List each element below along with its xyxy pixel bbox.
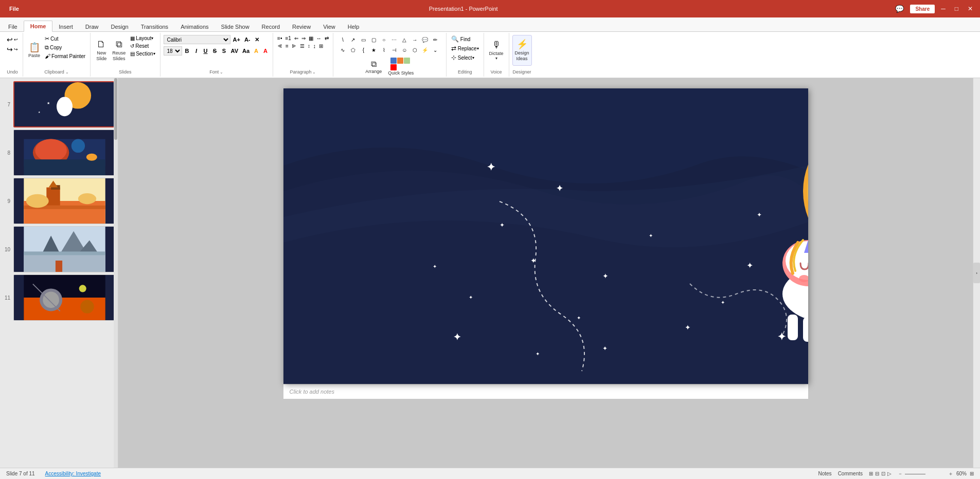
collapse-panel-btn[interactable]: › (973, 263, 980, 283)
increase-indent-btn[interactable]: ⇒ (300, 35, 307, 42)
comments-btn[interactable]: Comments (838, 471, 863, 476)
slide-item-11[interactable]: 11 (2, 274, 116, 321)
dictate-button[interactable]: 🎙 Dictate ▾ (487, 35, 506, 66)
columns-btn[interactable]: ▦ (308, 35, 314, 42)
notes-btn[interactable]: Notes (818, 471, 832, 476)
maximize-btn[interactable]: □ (952, 5, 961, 12)
shape-arrow-btn[interactable]: ↗ (348, 35, 358, 44)
tab-help[interactable]: Help (342, 22, 366, 32)
slide-item-8[interactable]: 8 (2, 130, 116, 176)
format-painter-button[interactable]: 🖌 Format Painter (43, 52, 87, 60)
font-family-select[interactable]: Calibri (164, 35, 230, 44)
align-left-btn[interactable]: ⫷ (276, 43, 283, 49)
shape-ribbon-btn[interactable]: ⌇ (379, 45, 388, 54)
smartart-btn[interactable]: ⊞ (318, 43, 324, 49)
view-slideshow-icon[interactable]: ▷ (887, 471, 892, 476)
tab-insert[interactable]: Insert (52, 22, 79, 32)
zoom-in-btn[interactable]: ＋ (948, 470, 953, 477)
zoom-out-btn[interactable]: － (898, 470, 903, 477)
share-button[interactable]: Share (910, 5, 935, 13)
find-button[interactable]: 🔍 Find (450, 35, 472, 43)
number-list-btn[interactable]: ≡1 (284, 35, 292, 42)
shape-brace-btn[interactable]: { (359, 45, 368, 54)
clipboard-group-label[interactable]: Clipboard ⌄ (26, 68, 87, 76)
reset-button[interactable]: ↺ Reset (129, 43, 156, 49)
slide-canvas[interactable]: ✦ ✦ ✦ ✦ ✦ ✦ ✦ ✦ ✦ ✦ ✦ ✦ ✦ ✦ ✦ ✦ ✦ (283, 88, 808, 384)
bullet-list-btn[interactable]: ≡• (276, 35, 283, 42)
shape-star-btn[interactable]: ★ (369, 45, 378, 54)
slide-panel-scroll-thumb[interactable] (114, 78, 117, 140)
para-spacing-btn[interactable]: ↨ (312, 43, 317, 49)
paste-button[interactable]: 📋 Paste (26, 35, 42, 66)
slide-thumb-11[interactable] (13, 274, 116, 321)
font-size-increase-btn[interactable]: A+ (231, 36, 242, 43)
undo-button[interactable]: ↩ ↩ (5, 35, 20, 44)
minimize-btn[interactable]: ─ (938, 5, 949, 12)
shape-roundrect-btn[interactable]: ▢ (369, 35, 378, 44)
shape-callout-btn[interactable]: 💬 (420, 35, 430, 44)
design-ideas-button[interactable]: ⚡ Design Ideas (512, 35, 532, 66)
select-button[interactable]: ⊹ Select ▾ (450, 53, 476, 62)
accessibility-info[interactable]: Accessibility: Investigate (45, 471, 101, 476)
shape-pentagon-btn[interactable]: ⬠ (348, 45, 358, 54)
slide-thumb-10[interactable] (13, 226, 116, 272)
zoom-slider[interactable]: ———— (905, 471, 946, 476)
replace-button[interactable]: ⇄ Replace ▾ (450, 44, 480, 52)
view-reading-icon[interactable]: ⊡ (881, 471, 885, 476)
redo-button[interactable]: ↪ ↪ (5, 45, 20, 54)
clear-formatting-btn[interactable]: ✕ (253, 36, 261, 44)
shape-freeform-btn[interactable]: ✏ (431, 35, 440, 44)
shape-line-btn[interactable]: \ (338, 35, 347, 44)
slide-item-10[interactable]: 10 (2, 226, 116, 272)
shape-curve-btn[interactable]: ∿ (338, 45, 347, 54)
cut-button[interactable]: ✂ Cut (43, 35, 87, 43)
shape-triangle-btn[interactable]: △ (400, 35, 409, 44)
shape-rtarrow-btn[interactable]: → (410, 35, 419, 44)
slides-group-label[interactable]: Slides (94, 68, 156, 76)
view-normal-icon[interactable]: ⊞ (869, 471, 873, 476)
arrange-button[interactable]: ⧉ Arrange (363, 57, 384, 77)
reuse-slides-button[interactable]: ⧉ Reuse Slides (110, 35, 128, 66)
undo-group-label[interactable]: Undo (5, 68, 20, 76)
bold-btn[interactable]: B (183, 47, 191, 54)
justify-btn[interactable]: ☰ (299, 43, 306, 49)
slide-thumb-7[interactable]: ★ ★ (13, 81, 116, 127)
editing-group-label[interactable]: Editing (450, 68, 480, 76)
slide-item-9[interactable]: 9 (2, 178, 116, 224)
shape-connector-btn[interactable]: ⊣ (389, 45, 399, 54)
font-size-decrease-btn[interactable]: A- (243, 36, 252, 43)
designer-group-label[interactable]: Designer (512, 68, 532, 76)
fit-slide-btn[interactable]: ⊞ (970, 471, 974, 476)
tab-home[interactable]: Home (24, 21, 53, 32)
tab-transitions[interactable]: Transitions (135, 22, 174, 32)
notes-area[interactable]: Click to add notes (283, 384, 808, 399)
slide-thumb-8[interactable] (13, 130, 116, 176)
shape-rect-btn[interactable]: ▭ (359, 35, 368, 44)
italic-btn[interactable]: I (192, 47, 201, 54)
underline-btn[interactable]: U (202, 47, 210, 54)
section-button[interactable]: ▤ Section ▾ (129, 50, 156, 57)
tab-review[interactable]: Review (286, 22, 317, 32)
decrease-indent-btn[interactable]: ⇐ (293, 35, 299, 42)
highlight-btn[interactable]: A (252, 47, 260, 54)
slide-item-7[interactable]: 7 ★ ★ (2, 81, 116, 127)
tab-record[interactable]: Record (256, 22, 286, 32)
new-slide-button[interactable]: 🗋 New Slide (94, 35, 109, 66)
shape-cube-btn[interactable]: ⬡ (410, 45, 419, 54)
chat-icon[interactable]: 💬 (892, 5, 907, 13)
view-slide-sorter-icon[interactable]: ⊟ (875, 471, 879, 476)
font-color-btn[interactable]: A (261, 47, 270, 54)
font-size2-btn[interactable]: Aa (241, 47, 251, 54)
align-center-btn[interactable]: ≡ (284, 43, 290, 49)
char-spacing-btn[interactable]: AV (229, 47, 240, 54)
shape-lightning-btn[interactable]: ⚡ (420, 45, 430, 54)
paragraph-group-label[interactable]: Paragraph ⌄ (276, 68, 330, 76)
file-menu-btn[interactable]: File (4, 4, 24, 14)
tab-design[interactable]: Design (104, 22, 134, 32)
shadow-btn[interactable]: S (220, 47, 228, 54)
layout-button[interactable]: ▦ Layout ▾ (129, 35, 156, 42)
copy-button[interactable]: ⧉ Copy (43, 44, 87, 51)
tab-view[interactable]: View (317, 22, 342, 32)
shape-smiley-btn[interactable]: ☺ (400, 45, 409, 54)
direction-btn[interactable]: ↔ (315, 35, 323, 42)
